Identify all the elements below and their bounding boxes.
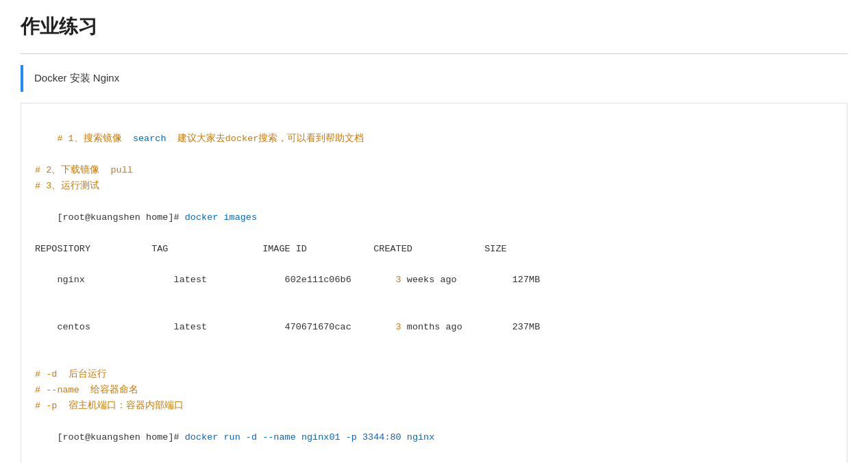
centos-created-text: months ago 237MB	[401, 322, 541, 332]
nginx-created-num: 3	[396, 275, 401, 285]
code-line-4: [root@kuangshen home]# docker images	[35, 195, 833, 242]
search-keyword: search	[133, 134, 166, 144]
code-line-d: # -d 后台运行	[35, 367, 833, 383]
section-header: Docker 安装 Nginx	[21, 65, 847, 92]
code-line-1: # 1、搜索镜像 search 建议大家去docker搜索，可以看到帮助文档	[35, 116, 833, 163]
code-block: # 1、搜索镜像 search 建议大家去docker搜索，可以看到帮助文档 #…	[21, 103, 847, 463]
divider	[21, 53, 847, 54]
docker-run-cmd: docker run -d --name nginx01 -p 3344:80 …	[185, 432, 435, 442]
docker-images-cmd: docker images	[185, 212, 257, 223]
prompt-2: [root@kuangshen home]#	[57, 432, 184, 442]
table-row-nginx: nginx latest 602e111c06b6 3 weeks ago 12…	[35, 257, 833, 304]
code-line-2: # 2、下载镜像 pull	[35, 163, 833, 179]
code-line-name: # --name 给容器命名	[35, 383, 833, 399]
nginx-created-text: weeks ago 127MB	[401, 275, 541, 285]
comment-search-rest: 建议大家去docker搜索，可以看到帮助文档	[166, 134, 364, 144]
comment-search: # 1、搜索镜像	[57, 134, 133, 144]
centos-repo: centos latest 470671670cac	[57, 322, 395, 332]
centos-created-num: 3	[396, 322, 401, 332]
table-header-1: REPOSITORY TAG IMAGE ID CREATED SIZE	[35, 242, 833, 258]
section-label: Docker 安装 Nginx	[34, 72, 119, 84]
prompt-1: [root@kuangshen home]#	[57, 212, 184, 223]
code-line-3: # 3、运行测试	[35, 179, 833, 195]
code-empty-1	[35, 351, 833, 367]
page-title: 作业练习	[21, 14, 847, 40]
code-line-run: [root@kuangshen home]# docker run -d --n…	[35, 414, 833, 462]
nginx-repo: nginx latest 602e111c06b6	[57, 275, 395, 285]
table-row-centos: centos latest 470671670cac 3 months ago …	[35, 304, 833, 351]
code-line-p: # -p 宿主机端口：容器内部端口	[35, 399, 833, 414]
